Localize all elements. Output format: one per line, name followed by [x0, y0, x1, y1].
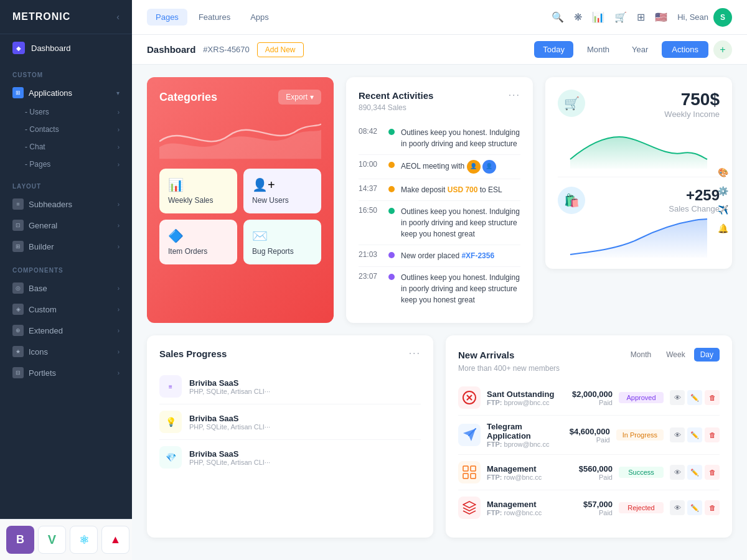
grid-icon[interactable]: ⊞	[637, 11, 645, 23]
period-year-button[interactable]: Year	[623, 41, 657, 58]
category-new-users[interactable]: 👤+ New Users	[243, 169, 321, 213]
sidebar-item-users[interactable]: - Users ›	[0, 103, 132, 121]
user-info: Hi, Sean S	[677, 8, 732, 27]
na-actions-2: 👁 ✏️ 🗑	[670, 465, 720, 480]
activity-item-1000: 10:00 AEOL meeting with 👤 👤	[359, 155, 520, 179]
palette-icon[interactable]: 🎨	[718, 167, 728, 177]
notification-icon[interactable]: 🔔	[718, 223, 728, 233]
add-new-button[interactable]: Add New	[257, 42, 304, 57]
na-actions-3: 👁 ✏️ 🗑	[670, 500, 720, 515]
tab-pages[interactable]: Pages	[147, 9, 187, 26]
sidebar-item-dashboard[interactable]: ◆ Dashboard	[0, 34, 132, 62]
sidebar-item-applications[interactable]: ⊞ Applications ▾	[0, 82, 132, 103]
dashboard-label: Dashboard	[31, 44, 71, 53]
search-icon[interactable]: 🔍	[552, 11, 564, 23]
brand-name: METRONIC	[12, 11, 70, 22]
weekly-income-value: 750$	[664, 90, 720, 110]
vue-icon[interactable]: V	[38, 526, 66, 554]
sidebar-item-base[interactable]: ◎ Base ›	[0, 278, 132, 299]
period-week-btn[interactable]: Week	[660, 348, 691, 362]
top-grid: Categories Export ▾ 📊 Weekly Sales	[147, 77, 732, 323]
sidebar-item-custom[interactable]: ◈ Custom ›	[0, 299, 132, 320]
sidebar-item-extended[interactable]: ⊕ Extended ›	[0, 320, 132, 341]
settings-icon[interactable]: ⚙️	[718, 186, 728, 196]
sidebar-item-icons[interactable]: ★ Icons ›	[0, 341, 132, 362]
cluster-icon[interactable]: ❋	[574, 11, 582, 23]
na-edit-btn-3[interactable]: ✏️	[687, 500, 702, 515]
category-grid: 📊 Weekly Sales 👤+ New Users 🔷 Item Order…	[159, 169, 321, 264]
chat-label: - Chat	[25, 142, 45, 151]
na-delete-btn-2[interactable]: 🗑	[705, 465, 720, 480]
period-month-btn[interactable]: Month	[624, 348, 657, 362]
na-edit-btn-2[interactable]: ✏️	[687, 465, 702, 480]
bug-reports-label: Bug Reports	[252, 247, 312, 256]
status-badge-2: Success	[619, 467, 664, 478]
activity-item-0842: 08:42 Outlines keep you honest. Indulgin…	[359, 122, 520, 155]
activity-dot-green	[388, 129, 395, 135]
sales-progress-more-icon[interactable]: ···	[409, 348, 421, 359]
na-ftp-3: FTP: row@bnc.cc	[487, 509, 557, 516]
tab-features[interactable]: Features	[190, 9, 239, 26]
weekly-income-chart	[558, 125, 720, 169]
icons-label: Icons	[29, 347, 48, 357]
add-icon-button[interactable]: +	[713, 40, 732, 59]
na-view-btn-3[interactable]: 👁	[670, 500, 685, 515]
new-arrivals-card: New Arrivals Month Week Day More than 40…	[446, 335, 732, 538]
na-delete-btn-1[interactable]: 🗑	[705, 427, 720, 442]
sidebar-item-general[interactable]: ⊡ General ›	[0, 215, 132, 236]
breadcrumb-title: Dashboard	[147, 44, 195, 55]
highlight-order: #XF-2356	[461, 251, 494, 260]
sidebar-item-pages[interactable]: - Pages ›	[0, 156, 132, 173]
na-name-0: Sant Outstanding	[487, 390, 557, 399]
sp-info-0: Briviba SaaS PHP, SQLite, Artisan CLI···	[189, 378, 421, 395]
sp-logo-1: 💡	[159, 411, 182, 433]
period-month-button[interactable]: Month	[578, 41, 618, 58]
na-delete-btn-3[interactable]: 🗑	[705, 500, 720, 515]
actions-button[interactable]: Actions	[662, 41, 708, 58]
bootstrap-icon[interactable]: B	[6, 526, 34, 554]
activity-text: Outlines keep you honest. Indulging in p…	[401, 206, 520, 240]
sp-logo-2: 💎	[159, 446, 182, 469]
send-icon[interactable]: ✈️	[718, 205, 728, 215]
bottom-grid: Sales Progress ··· ≡ Briviba SaaS PHP, S…	[147, 335, 732, 538]
flag-icon[interactable]: 🇺🇸	[655, 11, 667, 23]
react-icon[interactable]: ⚛	[70, 526, 98, 554]
avatar[interactable]: S	[713, 8, 732, 27]
na-amount-2: $560,000	[563, 464, 613, 474]
na-view-btn-2[interactable]: 👁	[670, 465, 685, 480]
sidebar-item-contacts[interactable]: - Contacts ›	[0, 121, 132, 138]
dashboard-icon: ◆	[12, 42, 25, 54]
export-button[interactable]: Export ▾	[278, 90, 321, 105]
new-users-icon: 👤+	[252, 177, 312, 192]
na-delete-btn-0[interactable]: 🗑	[705, 390, 720, 405]
sidebar-collapse-icon[interactable]: ‹	[116, 12, 120, 22]
angular-icon[interactable]: ▲	[101, 526, 129, 554]
activities-more-icon[interactable]: ···	[509, 90, 520, 101]
tab-apps[interactable]: Apps	[242, 9, 278, 26]
sidebar-item-builder[interactable]: ⊞ Builder ›	[0, 236, 132, 257]
na-item-info-0: Sant Outstanding FTP: bprow@bnc.cc	[487, 390, 557, 406]
category-bug-reports[interactable]: ✉️ Bug Reports	[243, 220, 321, 264]
categories-card: Categories Export ▾ 📊 Weekly Sales	[147, 77, 334, 323]
sidebar-item-subheaders[interactable]: ≡ Subheaders ›	[0, 194, 132, 215]
activity-text: AEOL meeting with 👤 👤	[401, 160, 520, 174]
period-day-btn[interactable]: Day	[694, 348, 720, 362]
sidebar-item-chat[interactable]: - Chat ›	[0, 138, 132, 156]
na-view-btn-1[interactable]: 👁	[670, 427, 685, 442]
period-today-button[interactable]: Today	[534, 41, 573, 58]
na-view-btn-0[interactable]: 👁	[670, 390, 685, 405]
section-label-custom: CUSTOM	[0, 62, 132, 82]
category-item-orders[interactable]: 🔷 Item Orders	[159, 220, 237, 264]
category-weekly-sales[interactable]: 📊 Weekly Sales	[159, 169, 237, 213]
users-label: - Users	[25, 108, 49, 116]
na-actions-0: 👁 ✏️ 🗑	[670, 390, 720, 405]
weekly-income-icon: 🛒	[558, 90, 585, 117]
weekly-sales-icon: 📊	[168, 177, 228, 192]
sidebar-item-portlets[interactable]: ⊟ Portlets ›	[0, 362, 132, 383]
activity-item-1437: 14:37 Make deposit USD 700 to ESL	[359, 179, 520, 201]
chart-icon[interactable]: 📊	[592, 11, 604, 23]
cart-icon[interactable]: 🛒	[614, 11, 627, 23]
na-amount-0: $2,000,000	[563, 390, 613, 399]
na-edit-btn-1[interactable]: ✏️	[687, 427, 702, 442]
na-edit-btn-0[interactable]: ✏️	[687, 390, 702, 405]
